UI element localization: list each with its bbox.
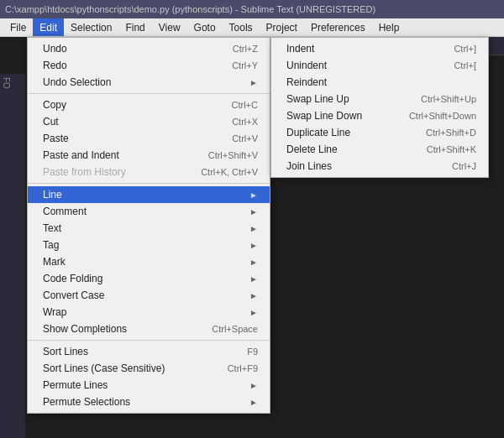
menu-convert-case[interactable]: Convert Case ► (28, 287, 270, 304)
menu-show-completions[interactable]: Show Completions Ctrl+Space (28, 321, 270, 337)
menu-find[interactable]: Find (118, 18, 151, 36)
menu-cut[interactable]: Cut Ctrl+X (28, 113, 270, 130)
menu-permute-lines[interactable]: Permute Lines ► (28, 377, 270, 394)
menu-permute-selections[interactable]: Permute Selections ► (28, 394, 270, 410)
edit-section-clipboard: Copy Ctrl+C Cut Ctrl+X Paste Ctrl+V Past… (28, 94, 270, 184)
menu-selection[interactable]: Selection (64, 18, 118, 36)
title-bar: C:\xampp\htdocs\pythonscripts\demo.py (p… (0, 0, 504, 18)
edit-section-line: Line ► Comment ► Text ► Tag ► Mark ► Cod… (28, 184, 270, 341)
menu-view[interactable]: View (152, 18, 187, 36)
submenu-join-lines[interactable]: Join Lines Ctrl+J (271, 158, 488, 175)
menu-paste-history: Paste from History Ctrl+K, Ctrl+V (28, 164, 270, 180)
menu-sort-lines[interactable]: Sort Lines F9 (28, 343, 270, 360)
submenu-indent[interactable]: Indent Ctrl+] (271, 40, 488, 57)
menu-undo[interactable]: Undo Ctrl+Z (28, 40, 270, 57)
menu-copy[interactable]: Copy Ctrl+C (28, 96, 270, 113)
line-submenu: Indent Ctrl+] Unindent Ctrl+[ Reindent S… (270, 37, 489, 178)
menu-file[interactable]: File (3, 18, 33, 36)
submenu-swap-line-up[interactable]: Swap Line Up Ctrl+Shift+Up (271, 91, 488, 107)
submenu-delete-line[interactable]: Delete Line Ctrl+Shift+K (271, 141, 488, 158)
menu-bar: File Edit Selection Find View Goto Tools… (0, 18, 504, 37)
menu-help[interactable]: Help (372, 18, 407, 36)
menu-mark[interactable]: Mark ► (28, 253, 270, 270)
menu-paste-indent[interactable]: Paste and Indent Ctrl+Shift+V (28, 147, 270, 164)
menu-edit[interactable]: Edit (33, 18, 64, 36)
title-text: C:\xampp\htdocs\pythonscripts\demo.py (p… (5, 4, 375, 14)
submenu-duplicate-line[interactable]: Duplicate Line Ctrl+Shift+D (271, 124, 488, 141)
menu-tag[interactable]: Tag ► (28, 237, 270, 253)
submenu-reindent[interactable]: Reindent (271, 74, 488, 91)
menu-goto[interactable]: Goto (187, 18, 223, 36)
left-panel: FO (0, 74, 25, 438)
menu-tools[interactable]: Tools (223, 18, 260, 36)
menu-line[interactable]: Line ► (28, 186, 270, 203)
menu-wrap[interactable]: Wrap ► (28, 304, 270, 321)
submenu-unindent[interactable]: Unindent Ctrl+[ (271, 57, 488, 74)
menu-text[interactable]: Text ► (28, 220, 270, 237)
menu-comment[interactable]: Comment ► (28, 203, 270, 220)
menu-redo[interactable]: Redo Ctrl+Y (28, 57, 270, 74)
menu-project[interactable]: Project (260, 18, 304, 36)
menu-paste[interactable]: Paste Ctrl+V (28, 130, 270, 147)
edit-section-undo: Undo Ctrl+Z Redo Ctrl+Y Undo Selection ► (28, 38, 270, 94)
menu-undo-selection[interactable]: Undo Selection ► (28, 74, 270, 91)
menu-code-folding[interactable]: Code Folding ► (28, 270, 270, 287)
menu-preferences[interactable]: Preferences (304, 18, 372, 36)
menu-sort-lines-case[interactable]: Sort Lines (Case Sensitive) Ctrl+F9 (28, 360, 270, 377)
edit-dropdown: Undo Ctrl+Z Redo Ctrl+Y Undo Selection ►… (27, 37, 270, 414)
edit-section-sort: Sort Lines F9 Sort Lines (Case Sensitive… (28, 341, 270, 413)
left-panel-label: FO (2, 77, 11, 89)
submenu-swap-line-down[interactable]: Swap Line Down Ctrl+Shift+Down (271, 107, 488, 124)
